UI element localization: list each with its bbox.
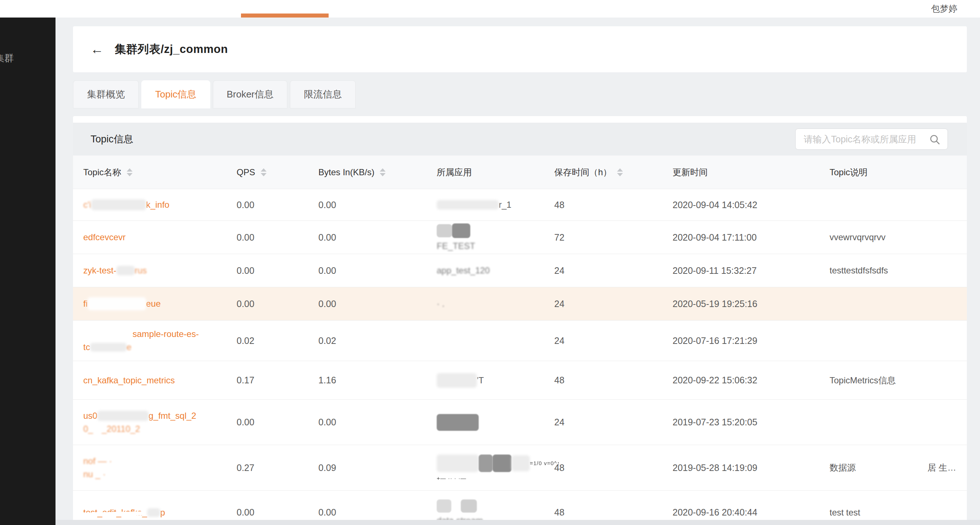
desc-value: testtestdfsfsdfs — [830, 266, 888, 276]
sort-caret-down-icon — [617, 173, 623, 177]
updated-value: 2020-07-16 17:21:29 — [673, 336, 757, 346]
column-header: 更新时间 — [673, 156, 708, 189]
cell-bytes-in: 0.00 — [318, 400, 428, 445]
tab-2[interactable]: Broker信息 — [213, 80, 288, 108]
cell-line: · . — [437, 299, 444, 309]
cell-app — [437, 321, 546, 361]
user-menu[interactable]: 包梦婷 — [931, 0, 957, 18]
redaction-blur — [437, 373, 477, 388]
sidebar-item-cluster[interactable]: 集群 — [0, 52, 14, 65]
sort-control[interactable] — [380, 168, 386, 177]
cell-line: nu _ · — [83, 469, 105, 479]
topic-link-fragment: _20110_2 — [102, 424, 140, 434]
sort-caret-up-icon — [617, 168, 623, 172]
retention-value: 48 — [554, 200, 565, 210]
topic-link[interactable]: zyk-test- — [83, 266, 116, 276]
updated-value: 2020-09-04 17:11:00 — [673, 232, 757, 243]
cell-line: zyk-test-rus — [83, 266, 147, 276]
cell-retention: 72 — [554, 221, 664, 254]
cell-bytes-in: 0.00 — [318, 491, 428, 520]
cell-updated: 2020-09-22 15:06:32 — [673, 361, 822, 399]
cell-updated: 2019-05-28 14:19:09 — [673, 445, 822, 490]
text-fragment: r_1 — [499, 200, 512, 210]
bytes-in-value: 0.09 — [318, 463, 336, 473]
topic-link[interactable]: edfcevcevr — [83, 232, 126, 242]
cell-topic-name: edfcevcevr — [83, 221, 229, 254]
sort-control[interactable] — [127, 168, 132, 177]
sort-control[interactable] — [617, 168, 623, 177]
topic-link-fragment: test_edit_kafka_ — [83, 508, 147, 518]
cell-topic-name: test_edit_kafka_p — [83, 491, 229, 520]
cell-retention: 24 — [554, 254, 664, 287]
text-fragment: data stream — [437, 515, 483, 520]
sort-control[interactable] — [261, 168, 267, 177]
topic-link[interactable]: eue — [146, 299, 161, 309]
desc-value: 数据源 — [830, 462, 856, 474]
topic-link-fragment: 0_ — [83, 424, 93, 434]
topic-link[interactable]: g_fmt_sql_2 — [149, 411, 196, 421]
redaction-blob — [479, 455, 493, 472]
topic-link-fragment: c'i — [83, 200, 91, 210]
cell-updated: 2020-09-04 14:05:42 — [673, 189, 822, 221]
tab-0[interactable]: 集群概览 — [73, 80, 139, 108]
topic-link[interactable]: tc — [83, 342, 90, 352]
tab-1[interactable]: Topic信息 — [141, 80, 210, 108]
cell-retention: 24 — [554, 400, 664, 445]
retention-value: 24 — [554, 299, 565, 309]
text-fragment: FE_TEST — [437, 241, 475, 251]
tab-3[interactable]: 限流信息 — [290, 80, 356, 108]
topic-link-fragment: rus — [135, 266, 147, 276]
topic-link[interactable]: cn_kafka_topic_metrics — [83, 375, 175, 385]
cell-line: r_1 — [437, 200, 512, 210]
cell-line: fieue — [83, 297, 161, 310]
cell-app: =1/0 v=0^↑+— ·· · ·— — [437, 445, 546, 490]
retention-value: 48 — [554, 463, 565, 473]
cell-extra — [928, 189, 966, 221]
cell-app: · . — [437, 287, 546, 320]
cell-line: +— ·· · ·— — [437, 475, 466, 481]
topic-link[interactable]: us0 — [83, 411, 97, 421]
cell-qps: 0.27 — [237, 445, 310, 490]
table-row: us0g_fmt_sql_20__20110_20.000.00242019-0… — [73, 399, 967, 445]
qps-value: 0.00 — [237, 232, 255, 243]
cell-line: 'T — [437, 373, 484, 388]
cell-app — [437, 400, 546, 445]
cell-topic-name: c'ik_info — [83, 189, 229, 221]
updated-value: 2020-09-11 15:32:27 — [673, 266, 757, 276]
qps-value: 0.17 — [237, 375, 255, 385]
cell-line: edfcevcevr — [83, 232, 126, 242]
search-icon[interactable] — [929, 134, 940, 145]
topic-link-fragment: nof — · — [83, 456, 112, 466]
cell-line: app_test_120 — [437, 266, 490, 276]
retention-value: 72 — [554, 232, 565, 243]
column-header-label: 更新时间 — [673, 167, 708, 178]
column-header-label: Bytes In(KB/s) — [318, 167, 374, 177]
column-header: 所属应用 — [437, 156, 472, 189]
cell-line: us0g_fmt_sql_2 — [83, 411, 196, 421]
cell-bytes-in: 0.00 — [318, 254, 428, 287]
cell-qps: 0.00 — [237, 400, 310, 445]
column-header-label: QPS — [237, 167, 255, 177]
search-input[interactable] — [795, 129, 948, 150]
topic-link-fragment: nu _ · — [83, 469, 105, 479]
bytes-in-value: 0.00 — [318, 200, 336, 210]
topic-link[interactable]: sample-route-es- — [132, 329, 199, 339]
table-row: sample-route-es-tce0.020.02242020-07-16 … — [73, 320, 967, 361]
topic-link[interactable]: k_info — [146, 200, 169, 210]
column-header: Bytes In(KB/s) — [318, 156, 386, 189]
table-header-row: Topic名称QPSBytes In(KB/s)所属应用保存时间（h）更新时间T… — [73, 156, 967, 189]
text-fragment: 'T — [477, 375, 484, 385]
qps-value: 0.00 — [237, 200, 255, 210]
cell-line: tce — [83, 342, 132, 352]
redaction-blur — [90, 343, 127, 352]
cell-updated: 2020-05-19 19:25:16 — [673, 287, 822, 320]
cell-desc — [830, 321, 924, 361]
topic-link[interactable]: p — [160, 508, 165, 518]
cell-bytes-in: 0.00 — [318, 189, 428, 221]
cell-desc: testtestdfsfsdfs — [830, 254, 924, 287]
horizontal-scrollbar[interactable] — [56, 520, 980, 525]
topic-link[interactable]: fi — [83, 299, 88, 309]
cell-desc: vvewrvqrvqrvv — [830, 221, 924, 254]
cell-qps: 0.17 — [237, 361, 310, 399]
back-arrow-icon[interactable]: ← — [91, 43, 104, 56]
